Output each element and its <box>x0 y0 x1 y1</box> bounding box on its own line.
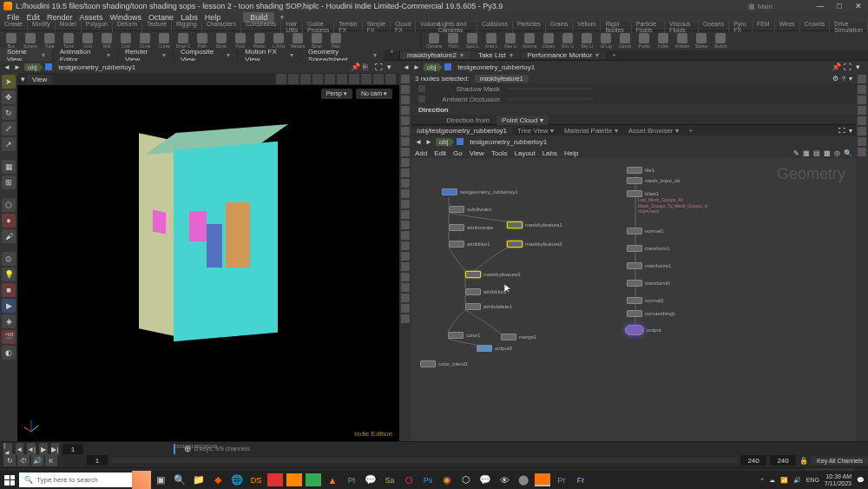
display-icon-21[interactable] <box>401 283 410 292</box>
path-obj[interactable]: obj <box>436 138 452 146</box>
shelf-tool-torus[interactable]: Torus <box>59 33 78 49</box>
camera-dropdown[interactable]: No cam ▾ <box>356 89 392 99</box>
node-menu-view[interactable]: View <box>470 149 484 157</box>
tray-lang[interactable]: ENG <box>806 477 819 483</box>
shelf-tab-model[interactable]: Model <box>56 21 82 33</box>
tray-cloud-icon[interactable]: ☁ <box>769 477 775 484</box>
start-button[interactable] <box>0 471 19 489</box>
shelf-tool-geo-light[interactable]: Geo Li <box>501 33 520 49</box>
shelf-tab-oceans[interactable]: Oceans <box>699 21 729 33</box>
whatsapp-icon[interactable]: 💬 <box>361 471 380 489</box>
view-icon-1[interactable] <box>276 74 286 84</box>
render-tool[interactable]: 🎬 <box>2 330 16 344</box>
close-button[interactable]: ✕ <box>852 0 865 12</box>
node-canvas[interactable]: Geometry <box>411 158 856 441</box>
expand-icon[interactable]: ⛶ <box>375 63 384 71</box>
shelf-tool-env-light[interactable]: Env Li <box>558 33 577 49</box>
view-dropdown-icon[interactable]: ▾ <box>21 75 25 83</box>
misc-tool[interactable]: ◈ <box>2 314 16 328</box>
shelf-tool-metaball[interactable]: Metaba <box>288 33 307 49</box>
display-icon-15[interactable] <box>401 221 410 229</box>
node-attribblur2[interactable]: attribblur2 <box>465 288 507 295</box>
link-icon[interactable]: ⎘ <box>363 63 372 71</box>
display-icon-17[interactable] <box>401 241 410 250</box>
inspect-tool[interactable]: ⊙ <box>2 252 16 266</box>
net-display-2[interactable] <box>858 85 866 94</box>
tray-clock[interactable]: 10:39 AM 7/11/2023 <box>825 473 852 486</box>
shelf-tool-path[interactable]: Path <box>193 33 212 49</box>
tree-view-tab[interactable]: Tree View ▾ <box>512 127 559 135</box>
blender-icon[interactable]: ◉ <box>437 471 457 489</box>
shelf-tab-rigid-bodies[interactable]: Rigid Bodies <box>601 21 631 33</box>
record-tool[interactable]: ● <box>2 214 16 228</box>
shelf-tab-wires[interactable]: Wires <box>775 21 800 33</box>
view-icon-9[interactable] <box>373 74 384 84</box>
path-back-icon[interactable]: ◄ <box>3 63 10 71</box>
ps-icon[interactable]: Ps <box>418 471 437 489</box>
shelf-tab-simple-fx[interactable]: Simple FX <box>363 21 391 33</box>
path-forward-icon[interactable]: ► <box>425 138 432 146</box>
display-icon-6[interactable] <box>401 127 410 135</box>
display-icon-4[interactable] <box>401 106 410 115</box>
shelf-tool-box[interactable]: Box <box>2 33 21 49</box>
display-icon-3[interactable] <box>401 96 410 104</box>
shelf-tool-sphere[interactable]: Sphere <box>21 33 40 49</box>
node-attribdelete1[interactable]: attribdelete1 <box>465 303 512 310</box>
node-mesh_input_sb[interactable]: mesh_input_sb <box>627 177 681 184</box>
net-tool-1[interactable]: ✎ <box>793 149 799 157</box>
shelf-tab-modify[interactable]: Modify <box>28 21 56 33</box>
view-mode-label[interactable]: View <box>27 75 52 84</box>
node-transform1[interactable]: transform1 <box>627 245 670 252</box>
node-attribcreate[interactable]: attribcreate <box>449 224 493 231</box>
opera-icon[interactable]: O <box>399 471 418 489</box>
stop-tool[interactable]: ■ <box>2 283 16 297</box>
shelf-tool-font[interactable]: Font <box>231 33 250 49</box>
shelf-tool-camera[interactable]: Camera <box>424 33 444 49</box>
param-close-icon[interactable]: ▾ <box>849 75 852 83</box>
node-Low_Mesh_Groups_All[interactable]: Low_Mesh_Groups_All <box>635 197 683 202</box>
end-frame-input[interactable] <box>740 455 766 466</box>
shelf-tool-circle[interactable]: Circle <box>135 33 155 49</box>
net-display-1[interactable] <box>858 75 866 83</box>
pt-icon[interactable]: Pt <box>342 471 361 489</box>
viewport-3d[interactable]: Persp ▾ No cam ▾ Indie Edition <box>17 85 399 441</box>
gpu-icon[interactable]: 👁 <box>495 471 514 489</box>
node-transform0[interactable]: transform0 <box>627 280 670 287</box>
node-testgeometry_rubbertoy1[interactable]: testgeometry_rubbertoy1 <box>442 188 518 195</box>
display-icon-2[interactable] <box>401 85 410 94</box>
play-tool[interactable]: ▶ <box>2 299 16 313</box>
display-icon-23[interactable] <box>401 304 410 313</box>
shelf-tool-tube[interactable]: Tube <box>40 33 59 49</box>
material-palette-tab[interactable]: Material Palette ▾ <box>559 127 623 135</box>
range-slider[interactable] <box>111 458 737 463</box>
display-icon-10[interactable] <box>401 169 410 177</box>
shelf-tool-volume-light[interactable]: Volume <box>520 33 539 49</box>
rotate-tool[interactable]: ↻ <box>2 106 16 120</box>
shelf-tab-cloud-fx[interactable]: Cloud FX <box>391 21 416 33</box>
persp-dropdown[interactable]: Persp ▾ <box>321 89 352 99</box>
range-end-input[interactable] <box>770 455 796 466</box>
app-icon-green[interactable] <box>306 473 321 486</box>
app-icon-red[interactable] <box>267 473 283 486</box>
ds-icon[interactable]: DS <box>247 471 266 489</box>
path-back-icon[interactable]: ◄ <box>415 138 422 146</box>
node-blast1[interactable]: blast1 <box>627 190 659 197</box>
play-button[interactable]: ▶ <box>39 443 48 455</box>
shelf-tool-portal-light[interactable]: Portal <box>635 33 654 49</box>
net-display-6[interactable] <box>858 127 866 135</box>
display-icon-16[interactable] <box>401 231 410 240</box>
net-display-3[interactable] <box>858 96 866 104</box>
view-icon-7[interactable] <box>349 74 359 84</box>
node-menu-edit[interactable]: Edit <box>434 149 446 157</box>
network-menu-icon[interactable]: ▾ <box>849 127 852 135</box>
display-icon-11[interactable] <box>401 179 410 188</box>
display-icon-13[interactable] <box>401 200 410 208</box>
shelf-tab-grains[interactable]: Grains <box>546 21 574 33</box>
net-display-5[interactable] <box>858 116 866 125</box>
display-icon-5[interactable] <box>401 116 410 125</box>
shelf-tab-fem[interactable]: FEM <box>753 21 775 33</box>
shelf-tab-collisions[interactable]: Collisions <box>477 21 513 33</box>
display-icon-14[interactable] <box>401 210 410 219</box>
task-icon-1[interactable] <box>132 471 151 489</box>
shelf-tab-deform[interactable]: Deform <box>113 21 142 33</box>
